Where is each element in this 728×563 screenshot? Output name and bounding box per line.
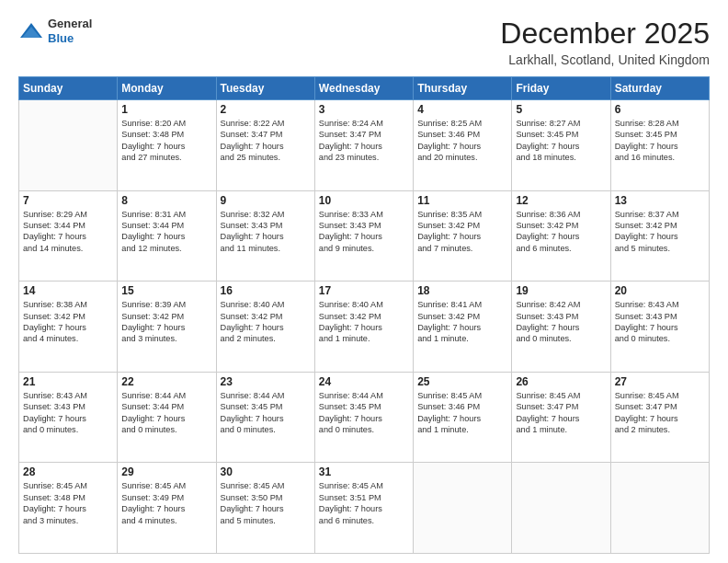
calendar-header-tuesday: Tuesday [216, 77, 314, 100]
cell-details: Sunrise: 8:40 AMSunset: 3:42 PMDaylight:… [319, 299, 409, 345]
calendar-cell [512, 463, 610, 554]
calendar-cell: 17Sunrise: 8:40 AMSunset: 3:42 PMDayligh… [314, 282, 413, 373]
cell-details: Sunrise: 8:27 AMSunset: 3:45 PMDaylight:… [516, 118, 606, 164]
cell-details: Sunrise: 8:42 AMSunset: 3:43 PMDaylight:… [516, 299, 606, 345]
cell-details: Sunrise: 8:36 AMSunset: 3:42 PMDaylight:… [516, 209, 606, 255]
cell-details: Sunrise: 8:45 AMSunset: 3:46 PMDaylight:… [417, 390, 507, 436]
calendar-cell: 1Sunrise: 8:20 AMSunset: 3:48 PMDaylight… [118, 100, 216, 191]
calendar-header-wednesday: Wednesday [314, 77, 413, 100]
title-block: December 2025 Larkhall, Scotland, United… [500, 17, 710, 67]
calendar-cell: 10Sunrise: 8:33 AMSunset: 3:43 PMDayligh… [314, 190, 413, 282]
header: General Blue December 2025 Larkhall, Sco… [18, 17, 710, 67]
calendar-cell: 5Sunrise: 8:27 AMSunset: 3:45 PMDaylight… [512, 100, 610, 191]
cell-details: Sunrise: 8:35 AMSunset: 3:42 PMDaylight:… [417, 209, 507, 255]
day-number: 20 [615, 284, 705, 297]
cell-details: Sunrise: 8:45 AMSunset: 3:50 PMDaylight:… [221, 480, 311, 526]
cell-details: Sunrise: 8:40 AMSunset: 3:42 PMDaylight:… [221, 299, 311, 345]
calendar-cell: 8Sunrise: 8:31 AMSunset: 3:44 PMDaylight… [118, 190, 216, 282]
cell-details: Sunrise: 8:44 AMSunset: 3:45 PMDaylight:… [221, 390, 311, 436]
calendar-table: SundayMondayTuesdayWednesdayThursdayFrid… [18, 76, 710, 554]
cell-details: Sunrise: 8:20 AMSunset: 3:48 PMDaylight:… [121, 118, 211, 164]
day-number: 14 [23, 284, 113, 297]
day-number: 5 [516, 103, 606, 116]
day-number: 4 [417, 103, 507, 116]
cell-details: Sunrise: 8:37 AMSunset: 3:42 PMDaylight:… [615, 209, 705, 255]
calendar-week-row: 7Sunrise: 8:29 AMSunset: 3:44 PMDaylight… [19, 190, 710, 282]
cell-details: Sunrise: 8:25 AMSunset: 3:46 PMDaylight:… [417, 118, 507, 164]
day-number: 9 [221, 194, 311, 207]
calendar-cell: 18Sunrise: 8:41 AMSunset: 3:42 PMDayligh… [414, 282, 512, 373]
calendar-cell [414, 463, 512, 554]
day-number: 17 [319, 284, 409, 297]
calendar-cell: 21Sunrise: 8:43 AMSunset: 3:43 PMDayligh… [19, 372, 118, 463]
calendar-header-friday: Friday [512, 77, 610, 100]
calendar-cell: 28Sunrise: 8:45 AMSunset: 3:48 PMDayligh… [19, 463, 118, 554]
cell-details: Sunrise: 8:44 AMSunset: 3:45 PMDaylight:… [319, 390, 409, 436]
calendar-cell: 24Sunrise: 8:44 AMSunset: 3:45 PMDayligh… [314, 372, 413, 463]
cell-details: Sunrise: 8:41 AMSunset: 3:42 PMDaylight:… [417, 299, 507, 345]
day-number: 3 [319, 103, 409, 116]
calendar-cell: 3Sunrise: 8:24 AMSunset: 3:47 PMDaylight… [314, 100, 413, 191]
logo: General Blue [18, 17, 92, 45]
day-number: 12 [516, 194, 606, 207]
day-number: 30 [221, 465, 311, 478]
calendar-header-sunday: Sunday [19, 77, 118, 100]
day-number: 13 [615, 194, 705, 207]
day-number: 8 [121, 194, 211, 207]
cell-details: Sunrise: 8:45 AMSunset: 3:47 PMDaylight:… [516, 390, 606, 436]
day-number: 16 [221, 284, 311, 297]
calendar-header-row: SundayMondayTuesdayWednesdayThursdayFrid… [19, 77, 710, 100]
calendar-week-row: 28Sunrise: 8:45 AMSunset: 3:48 PMDayligh… [19, 463, 710, 554]
location: Larkhall, Scotland, United Kingdom [500, 52, 710, 67]
calendar-cell: 31Sunrise: 8:45 AMSunset: 3:51 PMDayligh… [314, 463, 413, 554]
logo-text: General Blue [48, 17, 92, 45]
cell-details: Sunrise: 8:39 AMSunset: 3:42 PMDaylight:… [121, 299, 211, 345]
calendar-cell: 7Sunrise: 8:29 AMSunset: 3:44 PMDaylight… [19, 190, 118, 282]
day-number: 29 [121, 465, 211, 478]
cell-details: Sunrise: 8:24 AMSunset: 3:47 PMDaylight:… [319, 118, 409, 164]
cell-details: Sunrise: 8:45 AMSunset: 3:51 PMDaylight:… [319, 480, 409, 526]
cell-details: Sunrise: 8:28 AMSunset: 3:45 PMDaylight:… [615, 118, 705, 164]
day-number: 23 [221, 375, 311, 388]
logo-icon [18, 21, 44, 41]
day-number: 19 [516, 284, 606, 297]
calendar-header-monday: Monday [118, 77, 216, 100]
day-number: 24 [319, 375, 409, 388]
calendar-week-row: 21Sunrise: 8:43 AMSunset: 3:43 PMDayligh… [19, 372, 710, 463]
cell-details: Sunrise: 8:38 AMSunset: 3:42 PMDaylight:… [23, 299, 113, 345]
day-number: 25 [417, 375, 507, 388]
calendar-cell: 9Sunrise: 8:32 AMSunset: 3:43 PMDaylight… [216, 190, 314, 282]
calendar-header-thursday: Thursday [414, 77, 512, 100]
calendar-cell: 25Sunrise: 8:45 AMSunset: 3:46 PMDayligh… [414, 372, 512, 463]
calendar-cell [19, 100, 118, 191]
cell-details: Sunrise: 8:32 AMSunset: 3:43 PMDaylight:… [221, 209, 311, 255]
calendar-cell: 6Sunrise: 8:28 AMSunset: 3:45 PMDaylight… [610, 100, 709, 191]
day-number: 2 [221, 103, 311, 116]
cell-details: Sunrise: 8:43 AMSunset: 3:43 PMDaylight:… [615, 299, 705, 345]
day-number: 7 [23, 194, 113, 207]
cell-details: Sunrise: 8:45 AMSunset: 3:49 PMDaylight:… [121, 480, 211, 526]
cell-details: Sunrise: 8:45 AMSunset: 3:48 PMDaylight:… [23, 480, 113, 526]
calendar-cell: 27Sunrise: 8:45 AMSunset: 3:47 PMDayligh… [610, 372, 709, 463]
day-number: 6 [615, 103, 705, 116]
cell-details: Sunrise: 8:22 AMSunset: 3:47 PMDaylight:… [221, 118, 311, 164]
cell-details: Sunrise: 8:29 AMSunset: 3:44 PMDaylight:… [23, 209, 113, 255]
cell-details: Sunrise: 8:31 AMSunset: 3:44 PMDaylight:… [121, 209, 211, 255]
day-number: 15 [121, 284, 211, 297]
calendar-cell: 2Sunrise: 8:22 AMSunset: 3:47 PMDaylight… [216, 100, 314, 191]
calendar-cell: 30Sunrise: 8:45 AMSunset: 3:50 PMDayligh… [216, 463, 314, 554]
calendar-cell: 12Sunrise: 8:36 AMSunset: 3:42 PMDayligh… [512, 190, 610, 282]
day-number: 31 [319, 465, 409, 478]
calendar-week-row: 14Sunrise: 8:38 AMSunset: 3:42 PMDayligh… [19, 282, 710, 373]
day-number: 11 [417, 194, 507, 207]
day-number: 22 [121, 375, 211, 388]
calendar-cell: 15Sunrise: 8:39 AMSunset: 3:42 PMDayligh… [118, 282, 216, 373]
calendar-cell: 11Sunrise: 8:35 AMSunset: 3:42 PMDayligh… [414, 190, 512, 282]
day-number: 21 [23, 375, 113, 388]
day-number: 26 [516, 375, 606, 388]
page: General Blue December 2025 Larkhall, Sco… [0, 0, 728, 563]
day-number: 10 [319, 194, 409, 207]
day-number: 27 [615, 375, 705, 388]
calendar-cell: 19Sunrise: 8:42 AMSunset: 3:43 PMDayligh… [512, 282, 610, 373]
calendar-cell: 22Sunrise: 8:44 AMSunset: 3:44 PMDayligh… [118, 372, 216, 463]
